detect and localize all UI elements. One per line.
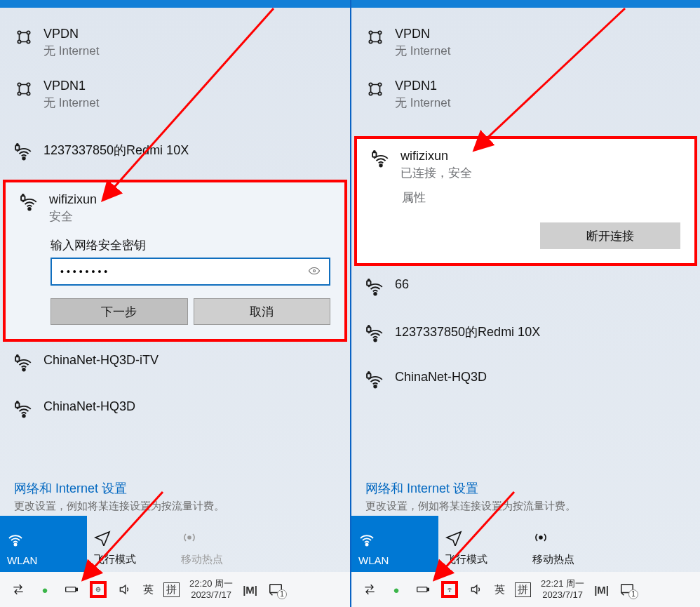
wifi-secure-icon — [14, 401, 34, 419]
network-item[interactable]: ChinaNet-HQ3D — [351, 364, 700, 395]
tile-label: 飞行模式 — [94, 553, 167, 566]
app-icon[interactable]: |M| — [594, 584, 609, 596]
quick-tiles: WLAN 飞行模式 移动热点 — [351, 516, 700, 572]
notification-badge: 1 — [628, 589, 638, 599]
left-flyout: VPDN 无 Internet VPDN1 无 Internet 1237337… — [0, 0, 350, 607]
computers-icon — [365, 28, 385, 46]
network-name: VPDN — [43, 27, 99, 41]
settings-link-block[interactable]: 网络和 Internet 设置 更改设置，例如将某连接设置为按流量计费。 — [0, 474, 350, 516]
network-item[interactable]: VPDN 无 Internet — [0, 17, 350, 69]
tile-airplane[interactable]: 飞行模式 — [438, 516, 525, 572]
battery-icon[interactable] — [63, 581, 80, 598]
ime-mode[interactable]: 拼 — [515, 582, 531, 597]
sync-icon[interactable] — [361, 581, 378, 598]
network-list: VPDN 无 Internet VPDN1 无 Internet wifizix… — [351, 0, 700, 474]
network-name: ChinaNet-HQ3D-iTV — [43, 353, 159, 368]
settings-link-title: 网络和 Internet 设置 — [14, 480, 336, 497]
network-status: 无 Internet — [43, 95, 99, 111]
reveal-password-icon[interactable] — [308, 265, 321, 279]
action-center-icon[interactable]: 1 — [267, 581, 284, 598]
clock-date[interactable]: 22:21 周一 2023/7/17 — [541, 578, 584, 600]
ime-mode[interactable]: 拼 — [163, 582, 180, 597]
speaker-icon[interactable] — [468, 581, 485, 598]
network-item[interactable]: 66 — [351, 272, 700, 302]
network-name: 1237337850的Redmi 10X — [43, 142, 189, 159]
network-name: VPDN1 — [43, 79, 99, 93]
network-item[interactable]: VPDN 无 Internet — [351, 17, 700, 69]
wifi-secure-icon — [14, 354, 34, 373]
network-item[interactable]: 1237337850的Redmi 10X — [0, 136, 350, 167]
password-value: •••••••• — [60, 266, 308, 277]
network-status: 无 Internet — [395, 43, 450, 59]
network-status: 无 Internet — [43, 43, 99, 59]
computers-icon — [365, 80, 385, 98]
password-input[interactable]: •••••••• — [51, 258, 330, 286]
app-icon[interactable]: |M| — [243, 584, 257, 596]
safety-icon[interactable]: ● — [36, 581, 53, 598]
password-prompt-label: 输入网络安全密钥 — [51, 237, 330, 253]
taskbar: ● 英 拼 22:21 周一 2023/7/17 |M| 1 — [351, 572, 700, 607]
safety-icon[interactable]: ● — [388, 581, 405, 598]
tile-label: 飞行模式 — [445, 553, 518, 566]
settings-link-block[interactable]: 网络和 Internet 设置 更改设置，例如将某连接设置为按流量计费。 — [351, 474, 700, 516]
network-name: 66 — [395, 277, 409, 292]
wifi-icon — [7, 531, 24, 547]
next-button[interactable]: 下一步 — [51, 298, 188, 325]
action-center-icon[interactable]: 1 — [619, 581, 635, 598]
wifi-secure-icon — [371, 150, 391, 168]
computers-icon — [14, 80, 34, 98]
settings-link-sub: 更改设置，例如将某连接设置为按流量计费。 — [365, 500, 686, 513]
quick-tiles: WLAN 飞行模式 移动热点 — [0, 516, 350, 572]
network-name: wifizixun — [401, 149, 472, 164]
wifi-secure-icon — [365, 371, 385, 389]
network-name: 1237337850的Redmi 10X — [395, 323, 540, 340]
properties-link[interactable]: 属性 — [402, 189, 680, 206]
ime-lang[interactable]: 英 — [494, 583, 505, 596]
network-status: 已连接，安全 — [401, 165, 472, 181]
network-item[interactable]: VPDN1 无 Internet — [0, 69, 350, 121]
network-item[interactable]: 1237337850的Redmi 10X — [351, 318, 700, 349]
cancel-button[interactable]: 取消 — [194, 298, 331, 325]
network-item[interactable]: VPDN1 无 Internet — [351, 69, 700, 121]
network-tray-icon[interactable] — [90, 581, 107, 598]
tile-wlan[interactable]: WLAN — [0, 516, 87, 572]
ime-lang[interactable]: 英 — [143, 583, 154, 596]
tile-hotspot[interactable]: 移动热点 — [525, 516, 612, 572]
network-name: ChinaNet-HQ3D — [395, 370, 487, 385]
network-status: 安全 — [49, 208, 97, 225]
tile-hotspot[interactable]: 移动热点 — [174, 516, 261, 572]
notification-badge: 1 — [277, 589, 287, 599]
network-name: ChinaNet-HQ3D — [43, 399, 135, 414]
wifi-icon — [358, 531, 375, 547]
computers-icon — [14, 28, 34, 46]
network-status: 无 Internet — [395, 95, 450, 111]
battery-icon[interactable] — [415, 581, 431, 598]
speaker-icon[interactable] — [116, 581, 133, 598]
wifi-secure-icon — [14, 143, 34, 161]
right-flyout: VPDN 无 Internet VPDN1 无 Internet wifizix… — [350, 0, 700, 607]
network-connected-panel: wifizixun 已连接，安全 属性 断开连接 — [354, 136, 697, 266]
tile-label: 移动热点 — [181, 553, 254, 566]
network-item[interactable]: ChinaNet-HQ3D — [0, 394, 350, 425]
tile-label: WLAN — [358, 554, 431, 566]
clock-date[interactable]: 22:20 周一 2023/7/17 — [189, 578, 233, 600]
network-password-panel: wifizixun 安全 输入网络安全密钥 •••••••• 下一步 取消 — [3, 180, 347, 342]
network-list: VPDN 无 Internet VPDN1 无 Internet 1237337… — [0, 0, 350, 474]
settings-link-title: 网络和 Internet 设置 — [365, 480, 686, 497]
disconnect-button[interactable]: 断开连接 — [540, 222, 680, 249]
network-item[interactable]: ChinaNet-HQ3D-iTV — [0, 347, 350, 378]
tile-airplane[interactable]: 飞行模式 — [87, 516, 174, 572]
wifi-secure-icon — [365, 325, 385, 343]
sync-icon[interactable] — [10, 581, 27, 598]
hotspot-icon — [532, 529, 549, 546]
wifi-secure-icon — [365, 279, 385, 297]
taskbar: ● 英 拼 22:20 周一 2023/7/17 |M| 1 — [0, 572, 350, 607]
airplane-icon — [445, 529, 462, 546]
airplane-icon — [94, 529, 111, 546]
network-name: wifizixun — [49, 192, 97, 207]
tile-label: 移动热点 — [532, 553, 605, 566]
tile-wlan[interactable]: WLAN — [351, 516, 438, 572]
network-name: VPDN1 — [395, 79, 450, 93]
hotspot-icon — [181, 529, 198, 546]
network-tray-icon[interactable] — [441, 581, 458, 598]
